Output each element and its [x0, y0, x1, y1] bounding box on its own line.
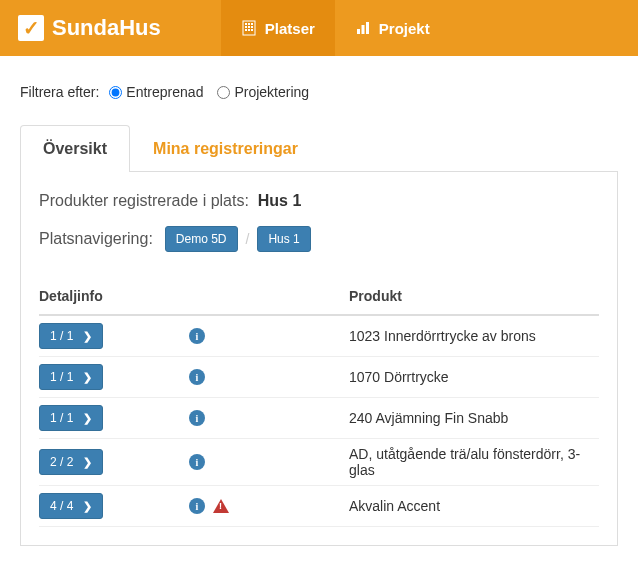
table-row: 2 / 2❯iAD, utåtgående trä/alu fönsterdör…: [39, 439, 599, 486]
breadcrumb-separator: /: [246, 231, 250, 247]
detail-button[interactable]: 1 / 1❯: [39, 323, 103, 349]
radio-label-entreprenad: Entreprenad: [126, 84, 203, 100]
main-content: Filtrera efter: Entreprenad Projektering…: [0, 56, 638, 546]
main-nav: Platser Projekt: [221, 0, 450, 56]
detail-button[interactable]: 4 / 4❯: [39, 493, 103, 519]
tab-overview[interactable]: Översikt: [20, 125, 130, 172]
detail-button[interactable]: 1 / 1❯: [39, 405, 103, 431]
panel-title-prefix: Produkter registrerade i plats:: [39, 192, 249, 209]
product-name: 240 Avjämning Fin Snabb: [349, 398, 599, 439]
chart-icon: [355, 20, 371, 36]
products-table: Detaljinfo Produkt 1 / 1❯i1023 Innerdörr…: [39, 278, 599, 527]
product-name: Akvalin Accent: [349, 486, 599, 527]
breadcrumb-row: Platsnavigering: Demo 5D/Hus 1: [39, 226, 599, 252]
svg-rect-8: [248, 29, 250, 31]
filter-label: Filtrera efter:: [20, 84, 99, 100]
nav-item-projekt[interactable]: Projekt: [335, 0, 450, 56]
chevron-right-icon: ❯: [83, 371, 92, 384]
svg-rect-12: [366, 22, 369, 34]
radio-entreprenad[interactable]: Entreprenad: [109, 84, 203, 100]
info-icon[interactable]: i: [189, 498, 205, 514]
nav-item-platser[interactable]: Platser: [221, 0, 335, 56]
radio-label-projektering: Projektering: [234, 84, 309, 100]
tab-bar: Översikt Mina registreringar: [20, 124, 618, 172]
filter-row: Filtrera efter: Entreprenad Projektering: [20, 84, 618, 100]
detail-count: 1 / 1: [50, 370, 73, 384]
info-icon[interactable]: i: [189, 454, 205, 470]
chevron-right-icon: ❯: [83, 412, 92, 425]
chevron-right-icon: ❯: [83, 456, 92, 469]
app-logo: ✓ SundaHus: [18, 15, 161, 41]
info-icon[interactable]: i: [189, 369, 205, 385]
detail-button[interactable]: 1 / 1❯: [39, 364, 103, 390]
table-row: 1 / 1❯i1023 Innerdörrtrycke av brons: [39, 315, 599, 357]
detail-count: 4 / 4: [50, 499, 73, 513]
svg-rect-10: [357, 29, 360, 34]
th-info-spacer: [189, 278, 349, 315]
detail-count: 1 / 1: [50, 411, 73, 425]
svg-rect-4: [245, 26, 247, 28]
info-icon[interactable]: i: [189, 410, 205, 426]
detail-count: 2 / 2: [50, 455, 73, 469]
nav-label-platser: Platser: [265, 20, 315, 37]
table-row: 4 / 4❯iAkvalin Accent: [39, 486, 599, 527]
table-row: 1 / 1❯i240 Avjämning Fin Snabb: [39, 398, 599, 439]
svg-rect-9: [251, 29, 253, 31]
tab-registrations[interactable]: Mina registreringar: [130, 125, 321, 172]
svg-rect-5: [248, 26, 250, 28]
product-name: 1070 Dörrtrycke: [349, 357, 599, 398]
breadcrumb-label: Platsnavigering:: [39, 230, 153, 248]
table-row: 1 / 1❯i1070 Dörrtrycke: [39, 357, 599, 398]
breadcrumb-item[interactable]: Hus 1: [257, 226, 310, 252]
info-icon[interactable]: i: [189, 328, 205, 344]
panel-title: Produkter registrerade i plats: Hus 1: [39, 192, 599, 210]
breadcrumb-item[interactable]: Demo 5D: [165, 226, 238, 252]
radio-input-entreprenad[interactable]: [109, 86, 122, 99]
svg-rect-7: [245, 29, 247, 31]
svg-rect-11: [361, 25, 364, 34]
detail-button[interactable]: 2 / 2❯: [39, 449, 103, 475]
breadcrumb: Demo 5D/Hus 1: [165, 226, 311, 252]
panel-place-name: Hus 1: [258, 192, 302, 209]
svg-rect-3: [251, 23, 253, 25]
chevron-right-icon: ❯: [83, 330, 92, 343]
warning-icon[interactable]: [213, 499, 229, 513]
th-product: Produkt: [349, 278, 599, 315]
app-header: ✓ SundaHus Platser Projekt: [0, 0, 638, 56]
chevron-right-icon: ❯: [83, 500, 92, 513]
building-icon: [241, 20, 257, 36]
radio-projektering[interactable]: Projektering: [217, 84, 309, 100]
svg-rect-2: [248, 23, 250, 25]
sundahus-icon: ✓: [18, 15, 44, 41]
nav-label-projekt: Projekt: [379, 20, 430, 37]
app-name: SundaHus: [52, 15, 161, 41]
th-detail: Detaljinfo: [39, 278, 189, 315]
overview-panel: Produkter registrerade i plats: Hus 1 Pl…: [20, 172, 618, 546]
svg-rect-1: [245, 23, 247, 25]
svg-rect-6: [251, 26, 253, 28]
filter-radio-group: Entreprenad Projektering: [109, 84, 309, 100]
radio-input-projektering[interactable]: [217, 86, 230, 99]
product-name: 1023 Innerdörrtrycke av brons: [349, 315, 599, 357]
product-name: AD, utåtgående trä/alu fönsterdörr, 3-gl…: [349, 439, 599, 486]
detail-count: 1 / 1: [50, 329, 73, 343]
